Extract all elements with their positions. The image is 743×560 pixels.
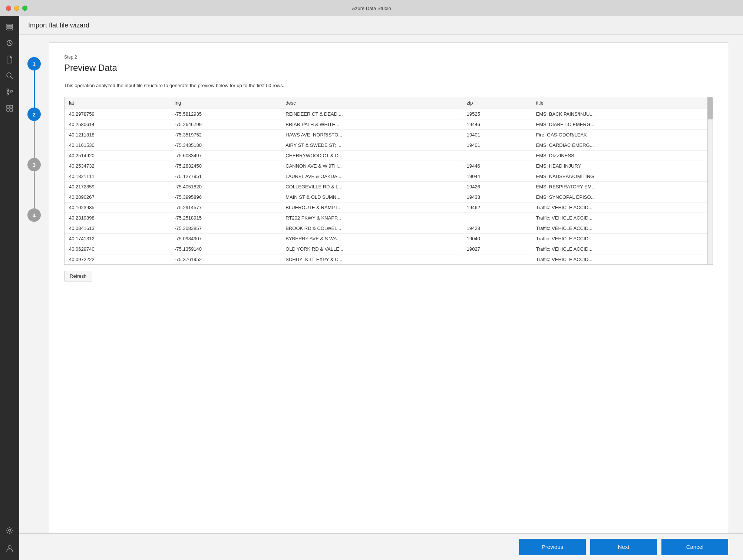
scrollbar-thumb[interactable] — [707, 97, 713, 119]
cell-1-0: 40.2580614 — [65, 119, 170, 129]
cell-0-2: REINDEER CT & DEAD ... — [281, 109, 462, 119]
table-row: 40.1211818-75.3519752HAWS AVE; NORRISTO.… — [65, 129, 713, 140]
cell-1-1: -75.2646799 — [170, 119, 281, 129]
table-header-row: latlngdescziptitle — [65, 97, 713, 109]
cell-6-3: 19044 — [462, 171, 531, 181]
cell-13-0: 40.0629740 — [65, 244, 170, 254]
step-description: This operation analyzed the input file s… — [64, 82, 713, 89]
svg-rect-1 — [7, 26, 13, 28]
git-icon[interactable] — [2, 85, 17, 99]
wizard-panel: Step 2 Preview Data This operation analy… — [49, 42, 728, 533]
svg-rect-0 — [7, 24, 13, 26]
history-icon[interactable] — [2, 36, 17, 50]
step-2-circle: 2 — [27, 108, 41, 121]
minimize-button[interactable] — [14, 6, 19, 11]
close-button[interactable] — [6, 6, 11, 11]
cell-2-4: Fire: GAS-ODOR/LEAK — [531, 129, 713, 140]
cell-2-3: 19401 — [462, 129, 531, 140]
scrollbar[interactable] — [707, 97, 713, 264]
table-row: 40.1821111-75.1277951LAUREL AVE & OAKDA.… — [65, 171, 713, 181]
main-content: 1 2 3 4 Step 2 Preview Data — [19, 35, 743, 533]
cell-2-2: HAWS AVE; NORRISTO... — [281, 129, 462, 140]
refresh-button[interactable]: Refresh — [64, 271, 92, 281]
cell-12-0: 40.1741312 — [65, 233, 170, 244]
cell-10-0: 40.2319898 — [65, 213, 170, 223]
svg-point-8 — [11, 90, 13, 92]
step-4: 4 — [27, 208, 41, 222]
file-icon[interactable] — [2, 52, 17, 67]
svg-line-5 — [11, 77, 13, 79]
cell-5-3: 19446 — [462, 161, 531, 171]
page-header: Import flat file wizard — [19, 16, 743, 35]
cell-4-2: CHERRYWOOD CT & D... — [281, 150, 462, 161]
cell-12-1: -75.0984907 — [170, 233, 281, 244]
cell-0-1: -75.5812935 — [170, 109, 281, 119]
cell-3-3: 19401 — [462, 140, 531, 150]
table-body: 40.2978759-75.5812935REINDEER CT & DEAD … — [65, 109, 713, 264]
table-row: 40.2319898-75.2518915RT202 PKWY & KNAPP.… — [65, 213, 713, 223]
app-title: Azure Data Studio — [352, 6, 391, 11]
cell-13-2: OLD YORK RD & VALLE... — [281, 244, 462, 254]
footer: Previous Next Cancel — [19, 533, 743, 560]
cell-2-1: -75.3519752 — [170, 129, 281, 140]
cell-1-2: BRIAR PATH & WHITE... — [281, 119, 462, 129]
cell-9-0: 40.1023985 — [65, 202, 170, 213]
cell-13-1: -75.1359140 — [170, 244, 281, 254]
cell-14-3 — [462, 254, 531, 264]
cell-0-3: 19525 — [462, 109, 531, 119]
svg-point-7 — [7, 93, 9, 95]
cell-12-3: 19040 — [462, 233, 531, 244]
cell-0-4: EMS: BACK PAINS/INJU... — [531, 109, 713, 119]
cell-10-2: RT202 PKWY & KNAPP... — [281, 213, 462, 223]
cell-6-4: EMS: NAUSEA/VOMITING — [531, 171, 713, 181]
cell-2-0: 40.1211818 — [65, 129, 170, 140]
col-header-lng: lng — [170, 97, 281, 109]
step-2: 2 — [27, 108, 41, 158]
step-1-circle: 1 — [27, 57, 41, 70]
svg-point-6 — [7, 89, 9, 91]
next-button[interactable]: Next — [590, 539, 657, 555]
title-bar: Azure Data Studio — [0, 0, 743, 16]
step-label: Step 2 — [64, 55, 713, 60]
cell-11-2: BROOK RD & COLWEL... — [281, 223, 462, 233]
cell-8-0: 40.2890267 — [65, 192, 170, 202]
cell-9-4: Traffic: VEHICLE ACCID... — [531, 202, 713, 213]
cell-6-1: -75.1277951 — [170, 171, 281, 181]
table-row: 40.2514920-75.6033497CHERRYWOOD CT & D..… — [65, 150, 713, 161]
cell-13-4: Traffic: VEHICLE ACCID... — [531, 244, 713, 254]
step-title: Preview Data — [64, 63, 713, 73]
cell-7-0: 40.2172859 — [65, 181, 170, 192]
cell-10-4: Traffic: VEHICLE ACCID... — [531, 213, 713, 223]
content-area: Import flat file wizard 1 2 3 4 — [19, 16, 743, 560]
cell-11-4: Traffic: VEHICLE ACCID... — [531, 223, 713, 233]
servers-icon[interactable] — [2, 19, 17, 34]
cell-6-0: 40.1821111 — [65, 171, 170, 181]
extensions-icon[interactable] — [2, 101, 17, 116]
cell-8-3: 19438 — [462, 192, 531, 202]
cell-3-0: 40.1161530 — [65, 140, 170, 150]
table-row: 40.0629740-75.1359140OLD YORK RD & VALLE… — [65, 244, 713, 254]
table-row: 40.2172859-75.4051820COLLEGEVILLE RD & L… — [65, 181, 713, 192]
maximize-button[interactable] — [22, 6, 27, 11]
cell-9-2: BLUEROUTE & RAMP I... — [281, 202, 462, 213]
step-3: 3 — [27, 158, 41, 208]
cancel-button[interactable]: Cancel — [661, 539, 728, 555]
stepper-sidebar: 1 2 3 4 — [19, 35, 49, 533]
cell-1-4: EMS: DIABETIC EMERG... — [531, 119, 713, 129]
cell-3-1: -75.3435130 — [170, 140, 281, 150]
search-icon[interactable] — [2, 68, 17, 83]
cell-11-0: 40.0841613 — [65, 223, 170, 233]
table-row: 40.0972222-75.3761952SCHUYLKILL EXPY & C… — [65, 254, 713, 264]
cell-4-0: 40.2514920 — [65, 150, 170, 161]
cell-11-1: -75.3083857 — [170, 223, 281, 233]
sidebar-bottom — [2, 523, 17, 560]
settings-icon[interactable] — [2, 523, 17, 538]
svg-rect-9 — [7, 105, 9, 108]
table-row: 40.1741312-75.0984907BYBERRY AVE & S WA.… — [65, 233, 713, 244]
account-icon[interactable] — [2, 541, 17, 556]
cell-8-2: MAIN ST & OLD SUMN... — [281, 192, 462, 202]
window-controls — [6, 6, 27, 11]
previous-button[interactable]: Previous — [519, 539, 586, 555]
table-row: 40.0841613-75.3083857BROOK RD & COLWEL..… — [65, 223, 713, 233]
col-header-title: title — [531, 97, 713, 109]
